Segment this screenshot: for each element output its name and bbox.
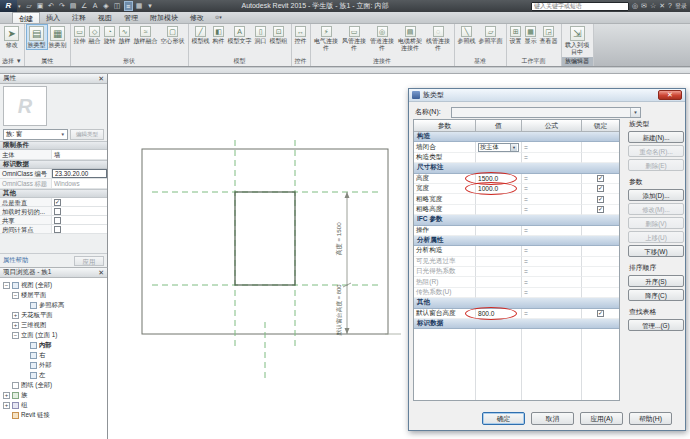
tab-overflow-icon[interactable]: ⊙▾ <box>210 12 227 23</box>
customize-icon[interactable]: ▾ <box>146 1 155 11</box>
parameter-name-cell[interactable]: 日光得热系数 <box>414 267 476 277</box>
parameter-value-cell[interactable] <box>476 153 522 163</box>
formula-cell[interactable]: = <box>522 257 582 267</box>
lock-checkbox-icon[interactable]: ✓ <box>597 196 604 203</box>
checkbox-icon[interactable] <box>54 217 61 224</box>
lock-cell[interactable]: ✓ <box>582 309 619 319</box>
lock-cell[interactable]: ✓ <box>582 205 619 215</box>
ribbon-tab-4[interactable]: 管理 <box>118 12 144 23</box>
property-value[interactable]: Windows <box>52 179 107 188</box>
tree-item-5[interactable]: −立面 (立面 1) <box>0 330 107 340</box>
checkbox-icon[interactable] <box>54 226 61 233</box>
expand-icon[interactable]: + <box>3 392 10 399</box>
parameter-value-cell[interactable] <box>476 226 522 236</box>
formula-cell[interactable]: = <box>522 277 582 287</box>
ribbon-button-duct-connector[interactable]: ▭风管连接件 <box>341 25 368 51</box>
ribbon-button-modify-cursor[interactable]: ➤修改 <box>3 25 20 49</box>
window-opening[interactable] <box>235 192 295 285</box>
property-group-header[interactable]: 限制条件 <box>0 141 107 150</box>
ribbon-button-show-work-plane[interactable]: ▦显示 <box>524 25 538 45</box>
parameter-name-cell[interactable]: 默认窗台高度 <box>414 309 476 319</box>
formula-cell[interactable]: = <box>522 153 582 163</box>
column-header-lock[interactable]: 锁定 <box>582 120 619 132</box>
ribbon-button-set-work-plane[interactable]: ⊞设置 <box>509 25 523 45</box>
parameter-name-cell[interactable]: 构造类型 <box>414 153 476 163</box>
tree-item-7[interactable]: 右 <box>0 350 107 360</box>
parameter-name-cell[interactable]: 操作 <box>414 226 476 236</box>
ribbon-button-viewer[interactable]: ◲查看器 <box>539 25 559 45</box>
dialog-button-1[interactable]: 取消 <box>531 412 574 425</box>
parameter-value-cell[interactable] <box>476 267 522 277</box>
parameter-group-header[interactable]: 标识数据 <box>414 319 619 329</box>
expand-icon[interactable]: + <box>12 322 19 329</box>
properties-help-link[interactable]: 属性帮助 <box>3 256 28 265</box>
parameter-group-header[interactable]: IFC 参数 <box>414 215 619 225</box>
parameter-value-cell[interactable] <box>476 288 522 298</box>
ribbon-button-model-text[interactable]: A模型文字 <box>227 25 253 45</box>
infocenter-search-input[interactable] <box>531 2 629 11</box>
print-icon[interactable]: ▤ <box>69 1 78 11</box>
tree-item-2[interactable]: 参照标高 <box>0 300 107 310</box>
parameter-name-cell[interactable]: 宽度 <box>414 184 476 194</box>
parameter-group-header[interactable]: 尺寸标注 <box>414 163 619 173</box>
parameter-name-cell[interactable]: 墙闭合 <box>414 142 476 152</box>
ribbon-button-control[interactable]: ↔控件 <box>294 25 308 45</box>
thin-lines-icon[interactable]: ≡ <box>124 1 133 11</box>
ribbon-button-sweep[interactable]: ∿放样 <box>118 25 132 45</box>
apply-button[interactable]: 应用 <box>74 256 104 266</box>
favorites-icon[interactable]: ☆ <box>650 1 656 11</box>
dialog-button-2[interactable]: 应用(A) <box>580 412 623 425</box>
column-header-parameter[interactable]: 参数 <box>414 120 476 132</box>
measure-icon[interactable]: ∠ <box>80 1 89 11</box>
tree-item-11[interactable]: +族 <box>0 390 107 400</box>
parameter-name-cell[interactable]: 高度 <box>414 174 476 184</box>
search-icon[interactable]: ◎ <box>632 1 638 11</box>
lock-cell[interactable] <box>582 153 619 163</box>
ribbon-button-model-line[interactable]: ╱模型线 <box>191 25 211 45</box>
lock-cell[interactable]: ✓ <box>582 174 619 184</box>
ribbon-tab-5[interactable]: 附加模块 <box>144 12 184 23</box>
parameter-value-cell[interactable]: 800.0 <box>476 309 522 319</box>
exchange-apps-icon[interactable]: ✕ <box>659 1 665 11</box>
formula-cell[interactable]: = <box>522 205 582 215</box>
formula-cell[interactable]: = <box>522 226 582 236</box>
side-button-3-0[interactable]: 管理...(G) <box>628 319 684 331</box>
undo-icon[interactable]: ↶ <box>47 1 56 11</box>
ribbon-button-reference-plane[interactable]: ▱参照平面 <box>478 25 504 45</box>
parameter-group-header[interactable]: 分析属性 <box>414 236 619 246</box>
dialog-title-bar[interactable]: 族类型 ✕ <box>409 89 685 102</box>
ribbon-tab-6[interactable]: 修改 <box>184 12 210 23</box>
ribbon-tab-1[interactable]: 插入 <box>40 12 66 23</box>
dimension-sill-label[interactable]: 默认窗台高度 = 800 <box>336 284 343 336</box>
lock-cell[interactable] <box>582 257 619 267</box>
side-button-2-1[interactable]: 降序(C) <box>628 289 684 301</box>
collapse-icon[interactable]: − <box>3 282 10 289</box>
formula-cell[interactable]: = <box>522 174 582 184</box>
open-icon[interactable]: ▱ <box>25 1 34 11</box>
checkbox-icon[interactable]: ✓ <box>54 199 61 206</box>
properties-header[interactable]: 属性 ✕ <box>0 74 107 84</box>
save-icon[interactable]: ▣ <box>36 1 45 11</box>
section-icon[interactable]: ◫ <box>113 1 122 11</box>
ribbon-button-revolve[interactable]: ◔旋转 <box>103 25 117 45</box>
column-header-formula[interactable]: 公式 <box>522 120 582 132</box>
ribbon-button-load-into-project[interactable]: ⇲载入到项目中 <box>564 25 591 55</box>
tree-item-6[interactable]: 内部 <box>0 340 107 350</box>
signin-button[interactable]: 登录 <box>675 2 687 11</box>
tree-item-0[interactable]: −视图 (全部) <box>0 280 107 290</box>
ribbon-button-conduit-connector[interactable]: ◌线管连接件 <box>425 25 452 51</box>
property-group-header[interactable]: 标识数据 <box>0 160 107 169</box>
parameter-name-cell[interactable]: 分析构造 <box>414 246 476 256</box>
lock-cell[interactable] <box>582 246 619 256</box>
lock-cell[interactable]: ✓ <box>582 184 619 194</box>
ribbon-button-cable-tray-connector[interactable]: ▤电缆桥架连接件 <box>397 25 424 51</box>
project-browser-header[interactable]: 项目浏览器 - 族1 ✕ <box>0 268 107 278</box>
text-icon[interactable]: A <box>91 1 100 11</box>
column-header-value[interactable]: 值 <box>476 120 522 132</box>
communication-center-icon[interactable]: ✉ <box>641 1 647 11</box>
close-icon[interactable]: ✕ <box>98 269 104 277</box>
property-value[interactable]: 墙 <box>52 150 107 159</box>
ribbon-button-void-forms[interactable]: ▢空心形状 <box>160 25 186 45</box>
tree-item-12[interactable]: +组 <box>0 400 107 410</box>
lock-checkbox-icon[interactable]: ✓ <box>597 310 604 317</box>
